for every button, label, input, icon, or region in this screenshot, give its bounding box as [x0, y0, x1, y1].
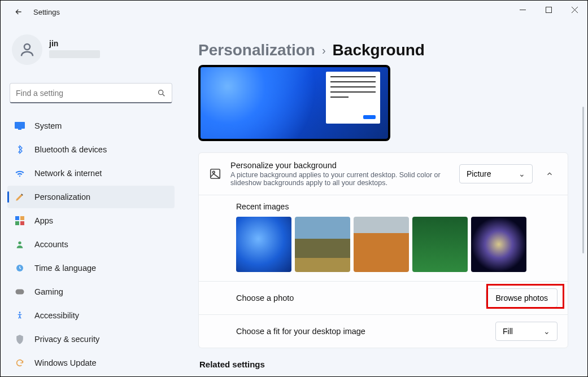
close-button[interactable] — [561, 1, 587, 19]
nav-label: Accessibility — [34, 311, 79, 320]
clock-icon — [14, 262, 25, 274]
user-name: jin — [49, 39, 100, 48]
recent-image-thumb[interactable] — [471, 217, 526, 272]
wifi-icon — [14, 168, 25, 179]
accessibility-icon — [14, 310, 25, 321]
nav-label: Gaming — [34, 287, 63, 296]
person-icon — [14, 239, 25, 250]
app-title: Settings — [33, 8, 60, 16]
svg-rect-8 — [18, 129, 21, 130]
picture-icon — [209, 168, 221, 180]
recent-image-thumb[interactable] — [412, 217, 468, 272]
scrollbar[interactable] — [582, 107, 584, 253]
nav-gaming[interactable]: Gaming — [7, 280, 175, 303]
svg-rect-9 — [15, 216, 19, 220]
maximize-button[interactable] — [535, 1, 561, 19]
update-icon — [14, 357, 25, 369]
nav-time[interactable]: Time & language — [7, 257, 175, 279]
select-value: Picture — [467, 169, 491, 178]
chevron-down-icon: ⌄ — [543, 327, 550, 336]
browse-photos-button[interactable]: Browse photos — [486, 288, 557, 308]
select-value: Fill — [503, 327, 513, 336]
monitor-icon — [14, 120, 25, 131]
recent-images-title: Recent images — [236, 202, 557, 211]
nav-label: Personalization — [34, 192, 90, 201]
svg-point-4 — [24, 44, 30, 50]
nav-label: Privacy & security — [34, 335, 99, 344]
back-button[interactable] — [12, 5, 25, 19]
personalize-background-card: Personalize your background A picture ba… — [198, 152, 568, 348]
nav-label: Accounts — [34, 240, 68, 249]
recent-image-thumb[interactable] — [236, 217, 291, 272]
breadcrumb-current: Background — [333, 41, 425, 59]
related-settings-title: Related settings — [199, 360, 568, 369]
choose-photo-label: Choose a photo — [236, 293, 294, 303]
apps-icon — [14, 215, 25, 226]
svg-point-16 — [19, 312, 21, 313]
nav-label: Apps — [34, 216, 53, 225]
nav-system[interactable]: System — [7, 115, 175, 137]
avatar — [12, 34, 42, 65]
svg-rect-15 — [16, 290, 24, 295]
nav-update[interactable]: Windows Update — [7, 352, 175, 374]
nav-personalization[interactable]: Personalization — [7, 186, 175, 208]
gamepad-icon — [14, 286, 25, 297]
svg-rect-7 — [15, 122, 25, 129]
bluetooth-icon — [14, 144, 25, 155]
chevron-down-icon: ⌄ — [519, 169, 525, 178]
nav-label: Time & language — [34, 264, 96, 273]
recent-image-thumb[interactable] — [354, 217, 409, 272]
nav-network[interactable]: Network & internet — [7, 162, 175, 185]
shield-icon — [14, 334, 25, 345]
minimize-button[interactable] — [509, 1, 535, 19]
nav-accessibility[interactable]: Accessibility — [7, 304, 175, 327]
collapse-button[interactable] — [542, 170, 557, 178]
svg-rect-11 — [15, 221, 19, 225]
desktop-preview — [198, 65, 390, 141]
card-subtitle: A picture background applies to your cur… — [230, 171, 450, 187]
svg-point-5 — [159, 90, 163, 94]
nav-bluetooth[interactable]: Bluetooth & devices — [7, 138, 175, 161]
recent-images-list — [236, 217, 557, 272]
card-title: Personalize your background — [230, 161, 450, 170]
nav-label: System — [34, 121, 62, 130]
chevron-right-icon: › — [322, 44, 326, 57]
user-block[interactable]: jin — [7, 29, 175, 71]
nav-list: System Bluetooth & devices Network & int… — [7, 115, 175, 375]
nav-apps[interactable]: Apps — [7, 209, 175, 232]
svg-rect-1 — [546, 7, 551, 12]
svg-rect-12 — [20, 221, 24, 225]
recent-image-thumb[interactable] — [295, 217, 350, 272]
breadcrumb-parent[interactable]: Personalization — [198, 41, 315, 59]
breadcrumb: Personalization › Background — [198, 41, 568, 59]
paintbrush-icon — [14, 191, 25, 203]
choose-fit-label: Choose a fit for your desktop image — [236, 327, 365, 336]
fit-select[interactable]: Fill ⌄ — [495, 322, 557, 341]
nav-label: Network & internet — [34, 169, 102, 178]
nav-privacy[interactable]: Privacy & security — [7, 328, 175, 350]
svg-line-6 — [163, 94, 164, 96]
search-box[interactable] — [10, 83, 172, 103]
nav-accounts[interactable]: Accounts — [7, 233, 175, 256]
nav-label: Bluetooth & devices — [34, 145, 107, 154]
user-email-redacted — [49, 50, 100, 58]
nav-label: Windows Update — [34, 358, 97, 367]
svg-rect-10 — [20, 216, 24, 220]
svg-point-18 — [212, 171, 215, 173]
search-input[interactable] — [16, 89, 157, 98]
svg-point-13 — [18, 242, 21, 244]
background-type-select[interactable]: Picture ⌄ — [459, 164, 533, 183]
search-icon — [157, 89, 166, 98]
